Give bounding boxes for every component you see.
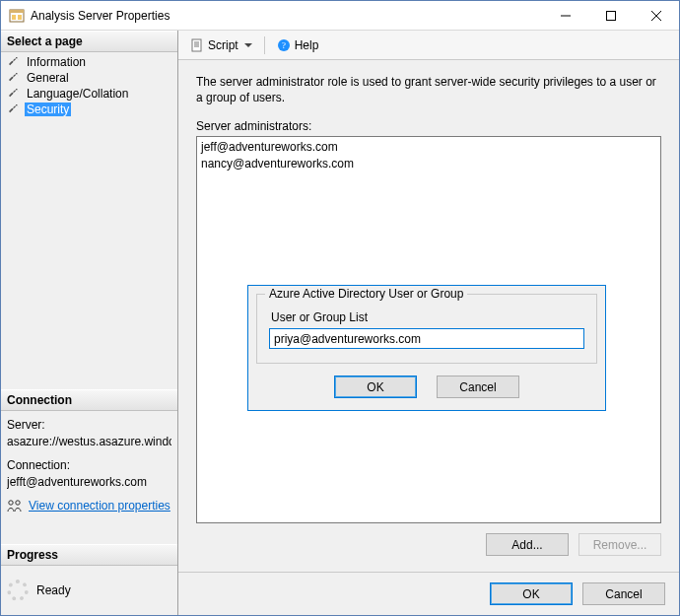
description-text: The server administrator role is used to… [196, 74, 661, 105]
wrench-icon [7, 87, 21, 101]
progress-spinner-icon [7, 580, 29, 601]
svg-rect-7 [192, 39, 201, 51]
svg-rect-2 [12, 15, 16, 20]
select-page-header: Select a page [1, 31, 177, 52]
page-nav: Information General Language/Collation S… [1, 52, 177, 123]
connection-value: jefft@adventureworks.com [7, 474, 171, 491]
window-title: Analysis Server Properties [31, 9, 543, 23]
dialog-cancel-button[interactable]: Cancel [437, 376, 519, 398]
connection-properties-icon [7, 499, 23, 513]
dialog-footer: OK Cancel [178, 572, 679, 615]
list-item[interactable]: jeff@adventureworks.com [201, 139, 656, 155]
nav-label: Security [25, 103, 71, 116]
close-button[interactable] [634, 1, 679, 31]
script-button[interactable]: Script [186, 36, 256, 54]
toolbar: Script ? Help [178, 31, 679, 60]
content-area: The server administrator role is used to… [178, 60, 679, 572]
dialog-title: Azure Active Directory User or Group [265, 287, 467, 301]
cancel-button[interactable]: Cancel [582, 582, 665, 605]
connection-block: Server: asazure://westus.asazure.windows… [1, 411, 177, 524]
chevron-down-icon [244, 43, 252, 47]
remove-button: Remove... [578, 533, 661, 556]
maximize-button[interactable] [588, 1, 634, 31]
svg-rect-3 [18, 15, 22, 20]
help-icon: ? [277, 38, 291, 52]
app-icon [9, 8, 25, 24]
admins-label: Server administrators: [196, 119, 661, 133]
svg-rect-4 [607, 11, 616, 20]
progress-status: Ready [36, 583, 71, 597]
connection-header: Connection [1, 389, 177, 411]
svg-point-6 [16, 501, 20, 505]
nav-label: Information [25, 55, 88, 69]
wrench-icon [7, 71, 21, 85]
left-pane: Select a page Information General Langua… [1, 31, 178, 615]
user-or-group-label: User or Group List [271, 310, 584, 324]
nav-item-general[interactable]: General [1, 70, 177, 86]
progress-block: Ready [1, 566, 177, 615]
wrench-icon [7, 103, 21, 116]
server-label: Server: [7, 417, 171, 434]
user-or-group-input[interactable] [269, 328, 584, 349]
add-button[interactable]: Add... [486, 533, 569, 556]
server-value: asazure://westus.asazure.windows [7, 434, 171, 450]
nav-item-language-collation[interactable]: Language/Collation [1, 86, 177, 102]
ok-button[interactable]: OK [490, 582, 573, 605]
script-label: Script [208, 38, 238, 52]
title-bar: Analysis Server Properties [1, 1, 679, 31]
list-item[interactable]: nancy@adventureworks.com [201, 156, 656, 171]
help-button[interactable]: ? Help [273, 36, 323, 54]
help-label: Help [295, 38, 319, 52]
svg-text:?: ? [282, 40, 286, 50]
minimize-button[interactable] [543, 1, 588, 31]
nav-item-security[interactable]: Security [1, 102, 177, 117]
view-connection-properties-link[interactable]: View connection properties [29, 498, 170, 514]
svg-rect-1 [10, 10, 24, 13]
nav-label: Language/Collation [25, 87, 130, 101]
svg-point-5 [9, 501, 13, 505]
add-remove-row: Add... Remove... [196, 523, 661, 562]
connection-label: Connection: [7, 457, 171, 474]
script-icon [190, 38, 204, 52]
progress-header: Progress [1, 544, 177, 566]
toolbar-separator [264, 36, 265, 54]
nav-label: General [25, 71, 71, 85]
right-pane: Script ? Help The server administrator r… [178, 31, 679, 615]
nav-item-information[interactable]: Information [1, 54, 177, 70]
azure-ad-dialog: Azure Active Directory User or Group Use… [247, 285, 606, 411]
wrench-icon [7, 55, 21, 69]
dialog-ok-button[interactable]: OK [334, 376, 417, 398]
